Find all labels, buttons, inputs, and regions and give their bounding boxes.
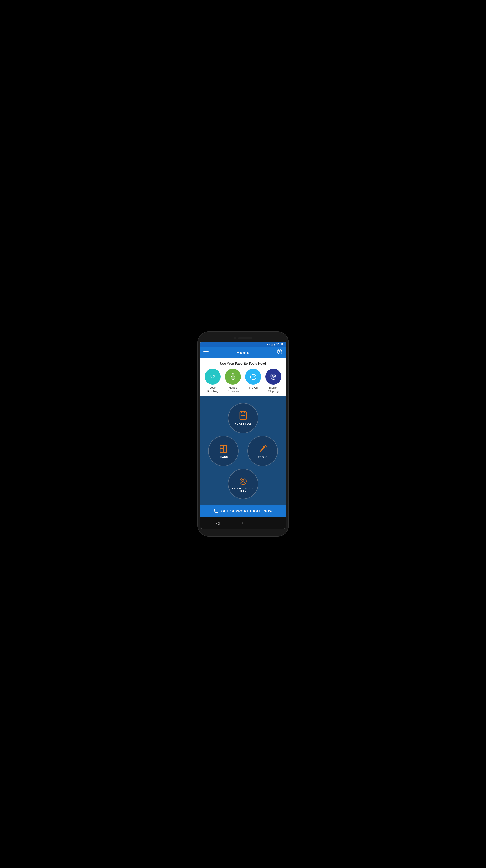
phone-frame: ▾▾ ▨ ▮ 11:10 Home Use Your Favorite Tool… bbox=[197, 331, 289, 537]
thought-stopping-label: Thought Stopping bbox=[264, 386, 282, 393]
middle-row: LEARN TOOLS bbox=[204, 436, 282, 466]
time-out-label: Time Out bbox=[248, 386, 258, 389]
favorite-thought-stopping[interactable]: Thought Stopping bbox=[264, 369, 282, 393]
muscle-relaxation-label: Muscle Relaxation bbox=[224, 386, 242, 393]
get-support-label: GET SUPPORT RIGHT NOW bbox=[221, 509, 273, 513]
phone-chin bbox=[237, 530, 249, 531]
hamburger-menu[interactable] bbox=[203, 351, 209, 354]
alarm-icon[interactable] bbox=[277, 349, 283, 356]
back-button[interactable]: ◁ bbox=[216, 520, 220, 526]
svg-point-14 bbox=[241, 479, 245, 483]
hamburger-line-3 bbox=[203, 354, 209, 354]
signal-icon: ▨ bbox=[271, 343, 273, 346]
favorite-deep-breathing[interactable]: Deep Breathing bbox=[204, 369, 222, 393]
hamburger-line-1 bbox=[203, 351, 209, 351]
status-time: 11:10 bbox=[277, 343, 284, 346]
main-section: ANGER LOG LEARN bbox=[200, 396, 286, 505]
app-bar: Home bbox=[200, 347, 286, 359]
phone-speaker bbox=[238, 338, 252, 339]
timeout-circle bbox=[245, 369, 261, 384]
status-bar: ▾▾ ▨ ▮ 11:10 bbox=[200, 342, 286, 347]
wifi-icon: ▾▾ bbox=[267, 343, 270, 346]
home-button[interactable]: ○ bbox=[242, 520, 245, 526]
favorite-time-out[interactable]: Time Out bbox=[244, 369, 262, 389]
phone-top-bar bbox=[200, 336, 286, 342]
favorites-title: Use Your Favorite Tools Now! bbox=[202, 362, 284, 365]
favorite-muscle-relaxation[interactable]: Muscle Relaxation bbox=[224, 369, 242, 393]
get-support-button[interactable]: GET SUPPORT RIGHT NOW bbox=[200, 505, 286, 517]
status-icons: ▾▾ ▨ ▮ 11:10 bbox=[267, 343, 284, 346]
svg-point-15 bbox=[242, 480, 244, 482]
hamburger-line-2 bbox=[203, 352, 209, 353]
learn-label: LEARN bbox=[219, 456, 228, 459]
anger-control-plan-label: ANGER CONTROL PLAN bbox=[228, 487, 258, 493]
favorites-grid: Deep Breathing Muscle Relaxation bbox=[202, 369, 284, 393]
muscle-circle bbox=[225, 369, 241, 384]
phone-bottom-bar bbox=[200, 529, 286, 532]
thought-stopping-circle bbox=[265, 369, 281, 384]
battery-icon: ▮ bbox=[274, 343, 276, 346]
anger-log-label: ANGER LOG bbox=[235, 423, 251, 426]
deep-breathing-circle bbox=[205, 369, 221, 384]
favorites-section: Use Your Favorite Tools Now! Deep Breath… bbox=[200, 359, 286, 396]
deep-breathing-label: Deep Breathing bbox=[204, 386, 222, 393]
recent-button[interactable]: □ bbox=[267, 520, 270, 526]
learn-button[interactable]: LEARN bbox=[208, 436, 239, 466]
app-title: Home bbox=[236, 350, 250, 355]
tools-button[interactable]: TOOLS bbox=[247, 436, 278, 466]
phone-camera bbox=[234, 337, 236, 339]
bottom-nav: ◁ ○ □ bbox=[200, 517, 286, 529]
anger-log-button[interactable]: ANGER LOG bbox=[228, 403, 258, 433]
tools-label: TOOLS bbox=[258, 456, 267, 459]
svg-point-13 bbox=[240, 478, 247, 485]
svg-point-1 bbox=[253, 377, 253, 377]
phone-screen: ▾▾ ▨ ▮ 11:10 Home Use Your Favorite Tool… bbox=[200, 342, 286, 529]
anger-control-plan-button[interactable]: ANGER CONTROL PLAN bbox=[228, 469, 258, 499]
